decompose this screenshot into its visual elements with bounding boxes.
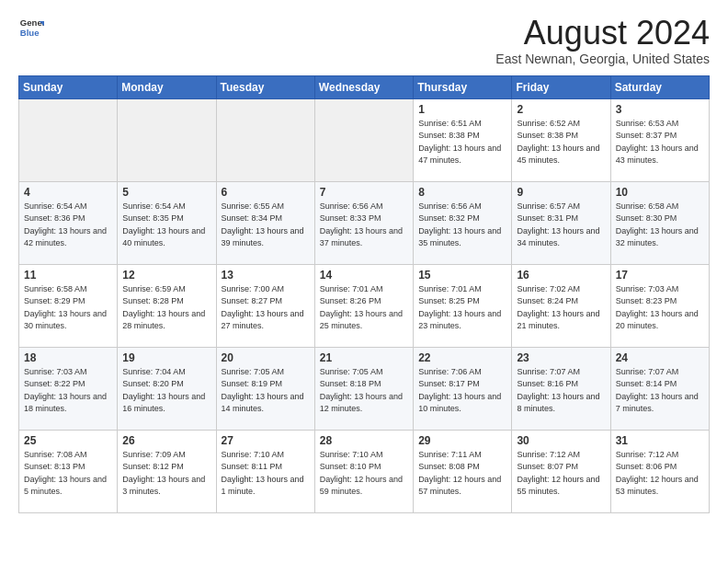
title-area: August 2024 East Newnan, Georgia, United… <box>495 15 710 66</box>
day-number: 11 <box>24 269 112 282</box>
day-number: 7 <box>320 186 408 199</box>
day-info: Sunrise: 6:57 AMSunset: 8:31 PMDaylight:… <box>517 201 605 250</box>
day-cell <box>314 98 413 181</box>
day-info: Sunrise: 7:08 AMSunset: 8:13 PMDaylight:… <box>24 449 112 499</box>
day-info: Sunrise: 7:03 AMSunset: 8:23 PMDaylight:… <box>616 283 704 333</box>
day-info: Sunrise: 7:02 AMSunset: 8:24 PMDaylight:… <box>517 283 605 333</box>
day-cell: 10Sunrise: 6:58 AMSunset: 8:30 PMDayligh… <box>610 181 709 264</box>
weekday-header-friday: Friday <box>512 75 610 98</box>
day-number: 9 <box>517 186 605 199</box>
day-cell: 26Sunrise: 7:09 AMSunset: 8:12 PMDayligh… <box>118 430 216 512</box>
logo: General Blue <box>18 15 44 40</box>
day-info: Sunrise: 7:12 AMSunset: 8:07 PMDaylight:… <box>517 449 605 499</box>
day-cell: 4Sunrise: 6:54 AMSunset: 8:36 PMDaylight… <box>19 181 118 264</box>
day-cell: 12Sunrise: 6:59 AMSunset: 8:28 PMDayligh… <box>118 264 216 347</box>
day-cell: 30Sunrise: 7:12 AMSunset: 8:07 PMDayligh… <box>512 430 610 512</box>
day-info: Sunrise: 7:05 AMSunset: 8:18 PMDaylight:… <box>320 366 408 416</box>
day-cell: 13Sunrise: 7:00 AMSunset: 8:27 PMDayligh… <box>216 264 314 347</box>
day-cell: 31Sunrise: 7:12 AMSunset: 8:06 PMDayligh… <box>610 430 709 512</box>
day-number: 2 <box>517 103 605 116</box>
day-cell: 18Sunrise: 7:03 AMSunset: 8:22 PMDayligh… <box>19 347 118 430</box>
day-number: 8 <box>418 186 506 199</box>
weekday-header-tuesday: Tuesday <box>216 75 314 98</box>
day-number: 13 <box>222 269 310 282</box>
svg-text:Blue: Blue <box>20 28 40 38</box>
day-info: Sunrise: 7:07 AMSunset: 8:16 PMDaylight:… <box>517 366 605 416</box>
calendar: SundayMondayTuesdayWednesdayThursdayFrid… <box>18 75 710 513</box>
day-number: 24 <box>616 351 704 364</box>
day-info: Sunrise: 6:54 AMSunset: 8:35 PMDaylight:… <box>122 201 210 250</box>
week-row-3: 11Sunrise: 6:58 AMSunset: 8:29 PMDayligh… <box>19 264 710 347</box>
day-info: Sunrise: 6:52 AMSunset: 8:38 PMDaylight:… <box>517 118 605 167</box>
day-info: Sunrise: 7:07 AMSunset: 8:14 PMDaylight:… <box>616 366 704 416</box>
day-number: 14 <box>320 269 408 282</box>
day-number: 20 <box>222 351 310 364</box>
day-number: 23 <box>517 351 605 364</box>
day-cell: 25Sunrise: 7:08 AMSunset: 8:13 PMDayligh… <box>19 430 118 512</box>
week-row-4: 18Sunrise: 7:03 AMSunset: 8:22 PMDayligh… <box>19 347 710 430</box>
day-info: Sunrise: 7:12 AMSunset: 8:06 PMDaylight:… <box>616 449 704 499</box>
day-number: 4 <box>24 186 112 199</box>
weekday-header-monday: Monday <box>118 75 216 98</box>
day-cell: 5Sunrise: 6:54 AMSunset: 8:35 PMDaylight… <box>118 181 216 264</box>
day-info: Sunrise: 7:01 AMSunset: 8:26 PMDaylight:… <box>320 283 408 333</box>
day-number: 18 <box>24 351 112 364</box>
day-number: 19 <box>122 351 210 364</box>
day-number: 10 <box>616 186 704 199</box>
day-cell: 16Sunrise: 7:02 AMSunset: 8:24 PMDayligh… <box>512 264 610 347</box>
day-info: Sunrise: 6:54 AMSunset: 8:36 PMDaylight:… <box>24 201 112 250</box>
day-number: 16 <box>517 269 605 282</box>
day-cell: 3Sunrise: 6:53 AMSunset: 8:37 PMDaylight… <box>610 98 709 181</box>
day-cell <box>216 98 314 181</box>
week-row-5: 25Sunrise: 7:08 AMSunset: 8:13 PMDayligh… <box>19 430 710 512</box>
day-cell: 28Sunrise: 7:10 AMSunset: 8:10 PMDayligh… <box>314 430 413 512</box>
day-number: 12 <box>122 269 210 282</box>
month-title: August 2024 <box>495 15 710 52</box>
day-cell: 7Sunrise: 6:56 AMSunset: 8:33 PMDaylight… <box>314 181 413 264</box>
day-cell: 14Sunrise: 7:01 AMSunset: 8:26 PMDayligh… <box>314 264 413 347</box>
day-info: Sunrise: 6:58 AMSunset: 8:30 PMDaylight:… <box>616 201 704 250</box>
day-number: 1 <box>418 103 506 116</box>
day-cell: 24Sunrise: 7:07 AMSunset: 8:14 PMDayligh… <box>610 347 709 430</box>
day-cell: 11Sunrise: 6:58 AMSunset: 8:29 PMDayligh… <box>19 264 118 347</box>
day-info: Sunrise: 6:53 AMSunset: 8:37 PMDaylight:… <box>616 118 704 167</box>
day-cell: 21Sunrise: 7:05 AMSunset: 8:18 PMDayligh… <box>314 347 413 430</box>
day-number: 31 <box>616 434 704 447</box>
day-cell: 15Sunrise: 7:01 AMSunset: 8:25 PMDayligh… <box>414 264 512 347</box>
day-info: Sunrise: 7:05 AMSunset: 8:19 PMDaylight:… <box>222 366 310 416</box>
weekday-header-wednesday: Wednesday <box>314 75 413 98</box>
week-row-2: 4Sunrise: 6:54 AMSunset: 8:36 PMDaylight… <box>19 181 710 264</box>
day-number: 27 <box>222 434 310 447</box>
day-cell: 8Sunrise: 6:56 AMSunset: 8:32 PMDaylight… <box>414 181 512 264</box>
svg-text:General: General <box>20 17 44 28</box>
day-info: Sunrise: 6:58 AMSunset: 8:29 PMDaylight:… <box>24 283 112 333</box>
day-info: Sunrise: 7:01 AMSunset: 8:25 PMDaylight:… <box>418 283 506 333</box>
day-number: 6 <box>222 186 310 199</box>
day-number: 5 <box>122 186 210 199</box>
day-number: 29 <box>418 434 506 447</box>
day-info: Sunrise: 7:06 AMSunset: 8:17 PMDaylight:… <box>418 366 506 416</box>
day-cell: 6Sunrise: 6:55 AMSunset: 8:34 PMDaylight… <box>216 181 314 264</box>
day-cell: 17Sunrise: 7:03 AMSunset: 8:23 PMDayligh… <box>610 264 709 347</box>
day-number: 15 <box>418 269 506 282</box>
weekday-header-sunday: Sunday <box>19 75 118 98</box>
weekday-header-saturday: Saturday <box>610 75 709 98</box>
day-info: Sunrise: 7:09 AMSunset: 8:12 PMDaylight:… <box>122 449 210 499</box>
location: East Newnan, Georgia, United States <box>495 52 710 66</box>
page-header: General Blue August 2024 East Newnan, Ge… <box>18 15 710 66</box>
day-number: 28 <box>320 434 408 447</box>
weekday-header-row: SundayMondayTuesdayWednesdayThursdayFrid… <box>19 75 710 98</box>
day-info: Sunrise: 6:51 AMSunset: 8:38 PMDaylight:… <box>418 118 506 167</box>
day-number: 25 <box>24 434 112 447</box>
weekday-header-thursday: Thursday <box>414 75 512 98</box>
day-cell: 23Sunrise: 7:07 AMSunset: 8:16 PMDayligh… <box>512 347 610 430</box>
day-info: Sunrise: 6:55 AMSunset: 8:34 PMDaylight:… <box>222 201 310 250</box>
day-cell: 19Sunrise: 7:04 AMSunset: 8:20 PMDayligh… <box>118 347 216 430</box>
day-cell: 27Sunrise: 7:10 AMSunset: 8:11 PMDayligh… <box>216 430 314 512</box>
day-number: 30 <box>517 434 605 447</box>
day-info: Sunrise: 6:56 AMSunset: 8:32 PMDaylight:… <box>418 201 506 250</box>
day-info: Sunrise: 7:11 AMSunset: 8:08 PMDaylight:… <box>418 449 506 499</box>
day-cell: 20Sunrise: 7:05 AMSunset: 8:19 PMDayligh… <box>216 347 314 430</box>
day-cell: 1Sunrise: 6:51 AMSunset: 8:38 PMDaylight… <box>414 98 512 181</box>
day-number: 22 <box>418 351 506 364</box>
